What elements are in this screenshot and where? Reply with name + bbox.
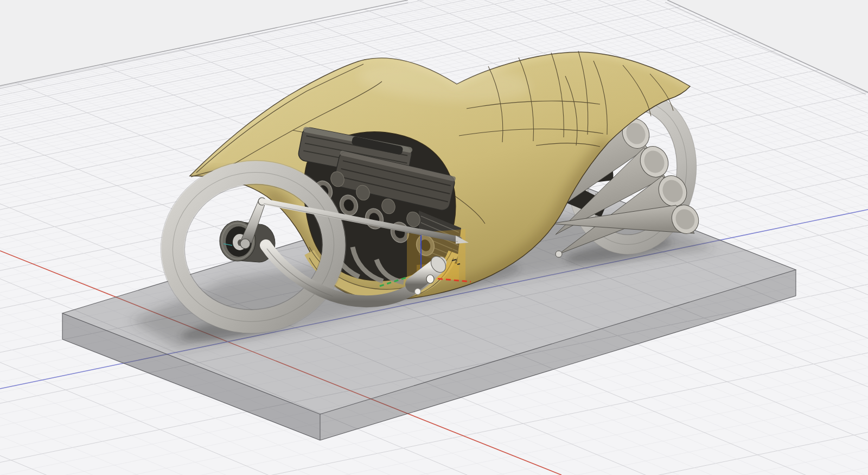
- viewport-canvas[interactable]: [0, 0, 868, 475]
- fork-ball: [415, 289, 421, 295]
- fork-hole: [426, 275, 434, 283]
